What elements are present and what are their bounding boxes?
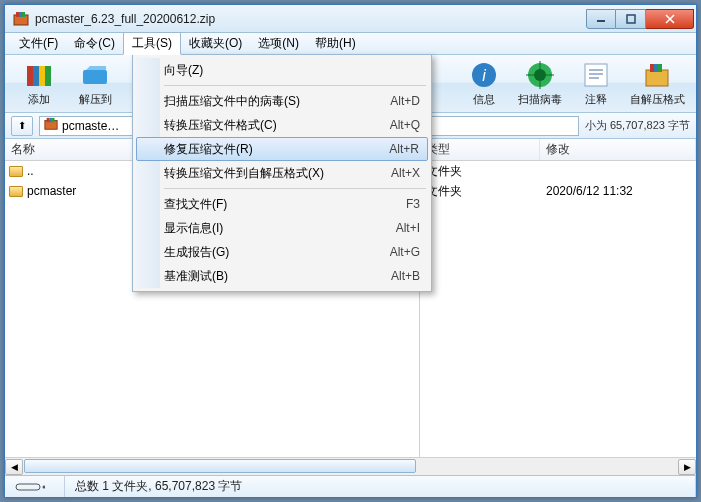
books-icon [24,60,54,90]
status-bar: 总数 1 文件夹, 65,707,823 字节 [5,475,696,497]
window-controls [586,9,694,29]
svg-marker-13 [86,66,106,70]
menu-convert[interactable]: 转换压缩文件格式(C)Alt+Q [136,113,428,137]
file-type: 文件夹 [426,183,542,200]
list-item[interactable]: 文件夹 [420,161,696,181]
toolbar-sfx-label: 自解压格式 [630,92,685,107]
svg-rect-4 [597,20,605,22]
file-list-right[interactable]: 文件夹 文件夹 2020/6/12 11:32 [420,161,696,457]
svg-text:i: i [482,67,486,84]
svg-rect-24 [646,70,668,86]
menu-bar: 文件(F) 命令(C) 工具(S) 收藏夹(O) 选项(N) 帮助(H) [5,33,696,55]
right-pane: 类型 修改 文件夹 文件夹 2020/6/12 11:32 [420,139,696,457]
status-total: 总数 1 文件夹, 65,707,823 字节 [65,476,696,497]
close-button[interactable] [646,9,694,29]
menu-options[interactable]: 选项(N) [250,33,307,54]
file-name: pcmaster [27,184,76,198]
menu-separator [164,85,426,86]
svg-rect-25 [650,64,654,72]
scroll-track[interactable] [24,459,677,475]
menu-show-info[interactable]: 显示信息(I)Alt+I [136,216,428,240]
toolbar-scan[interactable]: 扫描病毒 [512,57,568,111]
svg-rect-1 [16,12,19,17]
window-title: pcmaster_6.23_full_20200612.zip [35,12,586,26]
svg-rect-27 [658,64,662,72]
menu-to-sfx[interactable]: 转换压缩文件到自解压格式(X)Alt+X [136,161,428,185]
app-icon [13,11,29,27]
close-icon [665,14,675,24]
scroll-right-button[interactable]: ▶ [678,459,696,475]
svg-rect-31 [52,118,55,122]
title-bar: pcmaster_6.23_full_20200612.zip [5,5,696,33]
minimize-button[interactable] [586,9,616,29]
toolbar-extract[interactable]: 解压到 [67,57,123,111]
svg-rect-2 [19,12,22,17]
comment-icon [581,60,611,90]
maximize-button[interactable] [616,9,646,29]
svg-rect-3 [22,12,25,17]
column-modified[interactable]: 修改 [540,139,696,160]
archive-icon [44,117,58,134]
bug-scan-icon [525,60,555,90]
status-indicator [5,476,65,497]
list-item[interactable]: 文件夹 2020/6/12 11:32 [420,181,696,201]
svg-rect-11 [45,66,51,86]
column-header-right: 类型 修改 [420,139,696,161]
folder-open-icon [80,60,110,90]
maximize-icon [626,14,636,24]
menu-scan-virus[interactable]: 扫描压缩文件中的病毒(S)Alt+D [136,89,428,113]
menu-tools[interactable]: 工具(S) [123,32,181,55]
menu-help[interactable]: 帮助(H) [307,33,364,54]
menu-commands[interactable]: 命令(C) [66,33,123,54]
toolbar-add-label: 添加 [28,92,50,107]
toolbar-sfx[interactable]: 自解压格式 [624,57,690,111]
svg-rect-20 [585,64,607,86]
info-icon: i [469,60,499,90]
archive-size-text: 小为 65,707,823 字节 [585,118,690,133]
svg-rect-10 [39,66,45,86]
toolbar-add[interactable]: 添加 [11,57,67,111]
folder-icon [9,166,23,177]
path-text: pcmaster_6.23_full_20200612.zip [62,119,122,133]
main-window: pcmaster_6.23_full_20200612.zip 文件(F) 命令… [4,4,697,498]
menu-wizard[interactable]: 向导(Z) [136,58,428,82]
file-type: 文件夹 [426,163,542,180]
menu-benchmark[interactable]: 基准测试(B)Alt+B [136,264,428,288]
scroll-thumb[interactable] [24,459,416,473]
svg-rect-8 [27,66,33,86]
disk-icon [15,481,45,493]
menu-report[interactable]: 生成报告(G)Alt+G [136,240,428,264]
toolbar-comment-label: 注释 [585,92,607,107]
toolbar-scan-label: 扫描病毒 [518,92,562,107]
folder-icon [9,186,23,197]
toolbar-info-label: 信息 [473,92,495,107]
file-modified: 2020/6/12 11:32 [546,184,633,198]
toolbar-comment[interactable]: 注释 [568,57,624,111]
menu-find[interactable]: 查找文件(F)F3 [136,192,428,216]
svg-rect-30 [49,118,52,122]
toolbar-info[interactable]: i 信息 [456,57,512,111]
sfx-icon [642,60,672,90]
nav-up-button[interactable]: ⬆ [11,116,33,136]
svg-rect-29 [47,118,50,122]
svg-rect-12 [83,70,107,84]
up-arrow-icon: ⬆ [18,120,26,131]
file-name: .. [27,164,34,178]
horizontal-scrollbar[interactable]: ◀ ▶ [5,457,696,475]
menu-favorites[interactable]: 收藏夹(O) [181,33,250,54]
minimize-icon [596,14,606,24]
column-type[interactable]: 类型 [420,139,540,160]
menu-repair[interactable]: 修复压缩文件(R)Alt+R [136,137,428,161]
tools-dropdown: 向导(Z) 扫描压缩文件中的病毒(S)Alt+D 转换压缩文件格式(C)Alt+… [132,54,432,292]
svg-rect-9 [33,66,39,86]
svg-point-33 [43,485,46,488]
svg-rect-5 [627,15,635,23]
scroll-left-button[interactable]: ◀ [5,459,23,475]
menu-file[interactable]: 文件(F) [11,33,66,54]
toolbar-extract-label: 解压到 [79,92,112,107]
svg-rect-26 [654,64,658,72]
svg-rect-32 [16,484,40,490]
menu-separator [164,188,426,189]
